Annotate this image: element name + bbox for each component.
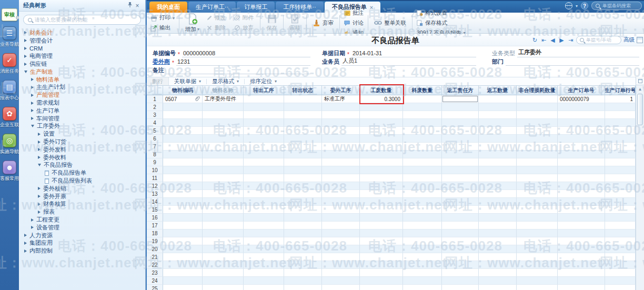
grid-cell[interactable]	[163, 119, 203, 127]
tree-item[interactable]: 财务会计	[24, 29, 145, 37]
grid-cell[interactable]	[558, 206, 605, 214]
grid-cell[interactable]	[284, 95, 322, 103]
grid-cell[interactable]	[203, 206, 244, 214]
grid-cell[interactable]	[360, 182, 403, 190]
grid-cell[interactable]	[517, 127, 558, 135]
grid-cell[interactable]	[203, 127, 244, 135]
tab-3[interactable]: 工序转移单··	[276, 2, 323, 13]
grid-cell[interactable]: 23	[147, 269, 163, 277]
grid-cell[interactable]	[403, 222, 442, 229]
grid-cell[interactable]	[203, 166, 244, 174]
grid-cell[interactable]	[605, 151, 636, 158]
grid-cell[interactable]	[322, 151, 360, 158]
tree-item[interactable]: 工程变更	[24, 216, 145, 224]
grid-cell[interactable]	[284, 206, 322, 214]
grid-cell[interactable]	[360, 111, 403, 119]
grid-cell[interactable]	[322, 127, 360, 135]
tree-item[interactable]: CRM	[24, 45, 145, 53]
grid-cell[interactable]	[284, 237, 322, 245]
grid-cell[interactable]	[203, 182, 244, 190]
print-button[interactable]: 打印▾	[149, 14, 176, 22]
grid-cell[interactable]	[442, 151, 479, 158]
pin-icon[interactable]	[126, 2, 134, 9]
grid-cell[interactable]	[479, 119, 517, 127]
grid-column-header[interactable]: 生产订单号	[558, 86, 605, 95]
grid-cell[interactable]	[442, 214, 479, 222]
grid-cell[interactable]	[322, 261, 360, 269]
grid-cell[interactable]	[403, 253, 442, 261]
grid-cell[interactable]	[244, 166, 284, 174]
tree-item[interactable]: 委外订货	[24, 138, 145, 146]
grid-cell[interactable]	[558, 127, 605, 135]
grid-column-header[interactable]: 物料编码	[163, 86, 203, 95]
grid-cell[interactable]	[203, 111, 244, 119]
grid-column-header[interactable]: 转出状态	[284, 86, 322, 95]
grid-cell[interactable]	[605, 269, 636, 277]
grid-cell[interactable]	[558, 158, 605, 166]
relate-whole-button[interactable]: 整单关联	[371, 14, 409, 32]
field-value[interactable]: 工序委外	[517, 48, 639, 57]
grid-cell[interactable]: 0.3000	[360, 95, 403, 103]
grid-cell[interactable]	[558, 111, 605, 119]
grid-cell[interactable]	[244, 182, 284, 190]
grid-cell[interactable]	[322, 190, 360, 198]
grid-cell[interactable]	[517, 143, 558, 151]
grid-cell[interactable]	[360, 174, 403, 182]
grid-cell[interactable]	[284, 103, 322, 111]
grid-cell[interactable]	[244, 135, 284, 143]
grid-cell[interactable]	[163, 158, 203, 166]
grid-cell[interactable]	[203, 103, 244, 111]
grid-cell[interactable]	[479, 285, 517, 290]
grid-cell[interactable]: 24	[147, 277, 163, 285]
grid-cell[interactable]	[605, 174, 636, 182]
audit-button[interactable]: 审核	[286, 14, 304, 32]
grid-cell[interactable]	[403, 285, 442, 290]
grid-cell[interactable]: 0507	[163, 95, 203, 103]
grid-cell[interactable]	[442, 245, 479, 253]
tree-item[interactable]: 需求规划	[24, 99, 145, 107]
grid-cell[interactable]	[479, 95, 517, 103]
grid-cell[interactable]	[403, 151, 442, 158]
row-number-header[interactable]	[147, 86, 163, 95]
grid-cell[interactable]	[605, 245, 636, 253]
grid-cell[interactable]	[163, 174, 203, 182]
grid-cell[interactable]	[403, 198, 442, 206]
grid-column-header[interactable]: 物料名称	[203, 86, 244, 95]
grid-cell[interactable]	[479, 190, 517, 198]
grid-cell[interactable]	[163, 285, 203, 290]
grid-cell[interactable]	[605, 127, 636, 135]
grid-cell[interactable]	[558, 253, 605, 261]
grid-cell[interactable]: 5	[147, 127, 163, 135]
grid-cell[interactable]	[244, 103, 284, 111]
grid-cell[interactable]: 15	[147, 206, 163, 214]
grid-cell[interactable]	[360, 198, 403, 206]
grid-cell[interactable]	[322, 119, 360, 127]
grid-cell[interactable]	[442, 198, 479, 206]
grid-cell[interactable]	[360, 127, 403, 135]
save-format-button[interactable]: 保存格式	[415, 19, 467, 27]
grid-cell[interactable]: 7	[147, 143, 163, 151]
grid-cell[interactable]	[442, 127, 479, 135]
grid-toolbar-1[interactable]: 关联单据▾	[169, 78, 206, 85]
grid-cell[interactable]: 19	[147, 237, 163, 245]
next-record-icon[interactable]: ▶	[558, 37, 565, 44]
grid-cell[interactable]	[558, 277, 605, 285]
grid-cell[interactable]	[163, 135, 203, 143]
grid-cell[interactable]	[322, 269, 360, 277]
grid-cell[interactable]	[322, 214, 360, 222]
grid-cell[interactable]: 工序委外母件	[203, 95, 244, 103]
advanced-link[interactable]: 高级	[623, 36, 635, 44]
grid-cell[interactable]	[605, 166, 636, 174]
grid-cell[interactable]	[403, 190, 442, 198]
grid-cell[interactable]	[442, 135, 479, 143]
grid-cell[interactable]	[517, 206, 558, 214]
grid-cell[interactable]	[203, 237, 244, 245]
scroll-up-icon[interactable]: ▲	[636, 85, 644, 93]
grid-cell[interactable]	[403, 166, 442, 174]
annotate-button[interactable]: 批注	[343, 9, 365, 17]
grid-cell[interactable]	[479, 229, 517, 237]
grid-cell[interactable]	[442, 277, 479, 285]
grid-cell[interactable]	[360, 222, 403, 229]
grid-cell[interactable]	[360, 206, 403, 214]
tree-item[interactable]: 不良品报告列表	[24, 177, 145, 185]
